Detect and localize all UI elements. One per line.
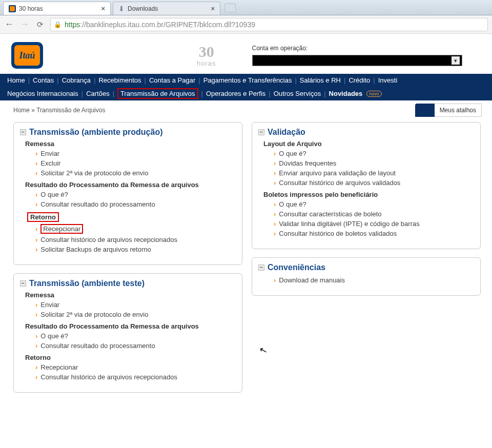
address-bar[interactable]: 🔒 https://banklineplus.itau.com.br/GRIPN… (50, 18, 488, 31)
link-recepcionar[interactable]: Recepcionar (43, 225, 80, 233)
link-recepcionar-t[interactable]: Recepcionar (40, 363, 78, 371)
list-item[interactable]: Enviar (35, 300, 236, 310)
itau-logo-text: Itaú (14, 45, 40, 66)
reload-button[interactable]: ⟳ (35, 20, 45, 29)
list-item[interactable]: O que é? (35, 190, 236, 199)
panel-title-text: Validação (268, 128, 305, 137)
list-item[interactable]: Dúvidas frequentes (274, 158, 474, 168)
subhead-retorno: Retorno (30, 213, 56, 221)
subhead-resultado: Resultado do Processamento da Remessa de… (25, 181, 236, 189)
nav-negocios[interactable]: Negócios Internacionais (7, 90, 78, 97)
back-button[interactable]: ← (4, 19, 14, 30)
novo-badge: novo (366, 91, 382, 97)
nav-salarios[interactable]: Salários e RH (300, 76, 341, 84)
nav-recebimentos[interactable]: Recebimentos (98, 76, 141, 84)
nav-contas-pagar[interactable]: Contas a Pagar (149, 76, 195, 84)
link-caracteristicas[interactable]: Consultar características de boleto (279, 210, 381, 218)
link-duvidas[interactable]: Dúvidas frequentes (279, 159, 336, 167)
nav-investi[interactable]: Investi (378, 76, 398, 84)
list-item[interactable]: Enviar (35, 149, 236, 158)
collapse-icon[interactable]: − (258, 129, 264, 135)
nav-outros[interactable]: Outros Serviços (274, 90, 321, 97)
browser-tab[interactable]: ⬇ Downloads × (113, 2, 220, 15)
retorno-highlight: Retorno (27, 212, 59, 222)
itau-logo[interactable]: Itaú (11, 42, 43, 69)
list-item[interactable]: Recepcionar (35, 362, 236, 372)
nav-credito[interactable]: Crédito (348, 76, 370, 84)
link-enviar-layout[interactable]: Enviar arquivo para validação de layout (279, 169, 396, 177)
panel-title-text: Conveniências (268, 263, 325, 272)
link-hist-recep-t[interactable]: Consultar histórico de arquivos recepcio… (40, 373, 177, 381)
thirty-text: 30 (197, 44, 216, 59)
breadcrumb: Home » Transmissão de Arquivos (13, 107, 105, 114)
nav-pagamentos[interactable]: Pagamentos e Transferências (203, 76, 292, 84)
link-oque-t[interactable]: O que é? (40, 332, 68, 340)
page-header: Itaú 30 horas Conta em operação: (0, 34, 492, 74)
collapse-icon[interactable]: − (20, 280, 26, 287)
browser-tab-active[interactable]: 30 horas × (3, 2, 111, 15)
nav-contas[interactable]: Contas (33, 76, 54, 84)
nav-operadores[interactable]: Operadores e Perfis (206, 90, 265, 97)
panel-conveniencias: − Conveniências Download de manuais (252, 257, 481, 296)
link-enviar-t[interactable]: Enviar (40, 301, 59, 309)
nav-cobranca[interactable]: Cobrança (62, 76, 91, 84)
list-item[interactable]: Consultar resultado do processamento (35, 199, 236, 209)
link-validar-ipte[interactable]: Validar linha digitável (IPTE) e código … (279, 220, 419, 228)
list-item[interactable]: Consultar histórico de boletos validados (274, 229, 474, 238)
list-item[interactable]: Consultar resultado do processamento (35, 341, 236, 351)
list-item[interactable]: O que é? (35, 331, 236, 341)
list-item[interactable]: Consultar histórico de arquivos recepcio… (35, 372, 236, 382)
list-item[interactable]: Solicitar 2ª via de protocolo de envio (35, 168, 236, 178)
links-retorno: Recepcionar Consultar histórico de arqui… (35, 223, 236, 254)
link-backups[interactable]: Solicitar Backups de arquivos retorno (40, 246, 151, 253)
list-item[interactable]: Enviar arquivo para validação de layout (274, 168, 474, 178)
lock-icon: 🔒 (54, 21, 61, 28)
panel-transmissao-producao: − Transmissão (ambiente produção) Remess… (13, 122, 242, 265)
link-oque[interactable]: O que é? (40, 191, 68, 198)
list-item[interactable]: O que é? (274, 149, 474, 158)
crumb-home[interactable]: Home (13, 107, 30, 114)
my-shortcuts-tab[interactable]: Meus atalhos (415, 104, 482, 117)
list-item[interactable]: O que é? (274, 199, 474, 209)
link-layout-oque[interactable]: O que é? (279, 150, 306, 157)
nav-home[interactable]: Home (7, 76, 25, 84)
nav-transmissao-highlight: Transmissão de Arquivos (117, 88, 198, 99)
close-icon[interactable]: × (101, 5, 105, 12)
nav-row-2: Negócios Internacionais| Cartões| Transm… (0, 87, 492, 100)
link-2via-t[interactable]: Solicitar 2ª via de protocolo de envio (40, 311, 148, 318)
list-item[interactable]: Solicitar 2ª via de protocolo de envio (35, 310, 236, 319)
link-excluir[interactable]: Excluir (40, 159, 60, 167)
link-enviar[interactable]: Enviar (40, 150, 59, 157)
tab-title: Downloads (128, 5, 158, 12)
account-dropdown[interactable] (252, 55, 462, 66)
new-tab-button[interactable] (224, 3, 236, 12)
link-hist-boletos[interactable]: Consultar histórico de boletos validados (279, 230, 397, 237)
list-item[interactable]: Consultar histórico de arquivos recepcio… (35, 235, 236, 245)
subhead-remessa: Remessa (25, 140, 236, 148)
list-item[interactable]: Solicitar Backups de arquivos retorno (35, 245, 236, 254)
close-icon[interactable]: × (211, 5, 215, 12)
list-item[interactable]: Consultar histórico de arquivos validado… (274, 178, 474, 188)
list-item[interactable]: Validar linha digitável (IPTE) e código … (274, 219, 474, 229)
url-scheme: https (65, 21, 80, 29)
left-column: − Transmissão (ambiente produção) Remess… (13, 122, 242, 393)
list-item[interactable]: Download de manuais (274, 275, 474, 285)
nav-cartoes[interactable]: Cartões (86, 90, 110, 97)
link-consultar-result[interactable]: Consultar resultado do processamento (40, 200, 155, 208)
panel-transmissao-teste: − Transmissão (ambiente teste) Remessa E… (13, 273, 242, 393)
nav-transmissao[interactable]: Transmissão de Arquivos (120, 90, 195, 97)
collapse-icon[interactable]: − (20, 129, 26, 135)
forward-button[interactable]: → (19, 19, 30, 30)
download-icon: ⬇ (118, 5, 125, 12)
link-hist-recep[interactable]: Consultar histórico de arquivos recepcio… (40, 236, 177, 243)
list-item[interactable]: Recepcionar (35, 223, 236, 235)
collapse-icon[interactable]: − (258, 264, 264, 271)
list-item[interactable]: Consultar características de boleto (274, 209, 474, 219)
link-download-manuais[interactable]: Download de manuais (279, 276, 345, 284)
list-item[interactable]: Excluir (35, 158, 236, 168)
link-boletos-oque[interactable]: O que é? (279, 200, 306, 208)
link-consultar-result-t[interactable]: Consultar resultado do processamento (40, 342, 155, 350)
nav-novidades[interactable]: Novidades (329, 90, 363, 97)
link-2via[interactable]: Solicitar 2ª via de protocolo de envio (40, 169, 148, 177)
link-hist-valid[interactable]: Consultar histórico de arquivos validado… (279, 179, 400, 187)
